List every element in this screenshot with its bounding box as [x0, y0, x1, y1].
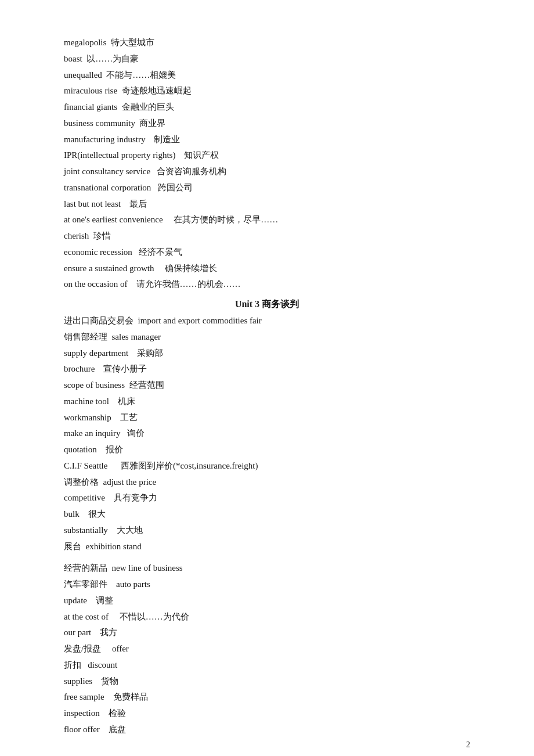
- list-item: financial giants 金融业的巨头: [64, 99, 470, 116]
- term-en: scope of business: [64, 380, 125, 390]
- list-item: our part 我方: [64, 625, 470, 641]
- term-en: ensure a sustained growth: [64, 264, 154, 273]
- term-zh: 销售部经理: [64, 332, 107, 341]
- term-en: machine tool: [64, 397, 109, 406]
- term-en: make an inquiry: [64, 429, 120, 438]
- term-en: free sample: [64, 692, 104, 701]
- list-item: machine tool 机床: [64, 394, 470, 410]
- term-en: discount: [88, 660, 117, 669]
- term-en: brochure: [64, 364, 95, 373]
- term-zh: 经营范围: [129, 380, 164, 390]
- term-en: adjust the price: [103, 477, 157, 487]
- term-en: boast: [64, 54, 82, 63]
- term-zh: 检验: [109, 708, 126, 718]
- list-item: supply department 采购部: [64, 345, 470, 362]
- term-en: auto parts: [116, 579, 150, 589]
- term-en: supplies: [64, 676, 92, 686]
- term-zh: 很大: [88, 509, 106, 519]
- term-en: exhibition stand: [86, 542, 142, 551]
- term-zh: 具有竞争力: [114, 493, 157, 502]
- term-zh: 询价: [127, 429, 145, 438]
- term-zh: 经济不景气: [139, 247, 182, 257]
- term-en: economic recession: [64, 247, 132, 257]
- list-item: transnational corporation 跨国公司: [64, 180, 470, 196]
- term-zh: 调整价格: [64, 477, 99, 487]
- list-item: make an inquiry 询价: [64, 426, 470, 442]
- list-item: 销售部经理 sales manager: [64, 329, 470, 345]
- term-zh: 报价: [106, 445, 123, 454]
- term-zh: 知识产权: [184, 150, 219, 160]
- term-zh: 经营的新品: [64, 563, 107, 573]
- term-en: megalopolis: [64, 38, 106, 47]
- unit3-header: Unit 3 商务谈判: [64, 298, 470, 311]
- term-zh: 展台: [64, 542, 81, 551]
- list-item: bulk 很大: [64, 506, 470, 523]
- term-zh: 免费样品: [113, 692, 148, 701]
- list-item: last but not least 最后: [64, 196, 470, 213]
- term-en: update: [64, 596, 87, 605]
- term-en: transnational corporation: [64, 183, 151, 192]
- term-en: IPR(intellectual property rights): [64, 150, 175, 160]
- term-en: floor offer: [64, 725, 100, 734]
- term-en: new line of business: [112, 563, 183, 573]
- list-item: boast 以……为自豪: [64, 51, 470, 67]
- list-item: C.I.F Seattle 西雅图到岸价(*cost,insurance.fre…: [64, 458, 470, 474]
- list-item: business community 商业界: [64, 116, 470, 132]
- term-en: last but not least: [64, 199, 121, 208]
- list-item: free sample 免费样品: [64, 689, 470, 705]
- list-item: cherish 珍惜: [64, 228, 470, 244]
- term-zh: 西雅图到岸价(*cost,insurance.freight): [121, 461, 258, 470]
- list-item: miraculous rise 奇迹般地迅速崛起: [64, 83, 470, 99]
- list-item: joint consultancy service 合资咨询服务机构: [64, 164, 470, 180]
- list-item: 折扣 discount: [64, 657, 470, 674]
- term-zh: 宣传小册子: [103, 364, 147, 373]
- list-item: update 调整: [64, 593, 470, 609]
- list-item: workmanship 工艺: [64, 410, 470, 426]
- unit3-vocab-section2: 经营的新品 new line of business 汽车零部件 auto pa…: [64, 560, 470, 737]
- term-zh: 金融业的巨头: [122, 102, 174, 111]
- list-item: on the occasion of 请允许我借……的机会……: [64, 276, 470, 293]
- list-item: 进出口商品交易会 import and export commodities f…: [64, 313, 470, 329]
- term-zh: 在其方便的时候，尽早……: [174, 215, 278, 224]
- term-en: import and export commodities fair: [138, 316, 262, 325]
- list-item: economic recession 经济不景气: [64, 244, 470, 261]
- list-item: at the cost of 不惜以……为代价: [64, 609, 470, 625]
- term-en: at one's earliest convenience: [64, 215, 163, 224]
- term-en: on the occasion of: [64, 279, 128, 289]
- list-item: at one's earliest convenience 在其方便的时候，尽早…: [64, 212, 470, 228]
- term-en: competitive: [64, 493, 105, 502]
- term-zh: 机床: [118, 397, 135, 406]
- term-zh: 不惜以……为代价: [120, 612, 189, 621]
- term-zh: 特大型城市: [111, 38, 154, 47]
- term-zh: 底盘: [109, 725, 126, 734]
- term-zh: 合资咨询服务机构: [157, 167, 226, 176]
- term-zh: 我方: [100, 628, 117, 637]
- unit3-vocab-section: 进出口商品交易会 import and export commodities f…: [64, 313, 470, 555]
- unit2-vocab-section: megalopolis 特大型城市 boast 以……为自豪 unequalle…: [64, 35, 470, 293]
- term-zh: 汽车零部件: [64, 579, 107, 589]
- term-zh: 采购部: [137, 348, 163, 358]
- term-en: at the cost of: [64, 612, 109, 621]
- term-zh: 工艺: [120, 413, 138, 422]
- term-zh: 跨国公司: [158, 183, 193, 192]
- term-zh: 折扣: [64, 660, 81, 669]
- term-en: bulk: [64, 509, 80, 519]
- term-zh: 进出口商品交易会: [64, 316, 134, 325]
- term-en: business community: [64, 118, 135, 128]
- term-en: sales manager: [112, 332, 161, 341]
- term-en: joint consultancy service: [64, 167, 150, 176]
- list-item: 发盘/报盘 offer: [64, 641, 470, 657]
- list-item: floor offer 底盘: [64, 722, 470, 738]
- list-item: substantially 大大地: [64, 523, 470, 539]
- term-en: supply department: [64, 348, 128, 358]
- list-item: unequalled 不能与……相媲美: [64, 67, 470, 84]
- term-en: unequalled: [64, 70, 102, 80]
- list-item: inspection 检验: [64, 705, 470, 722]
- page-number: 2: [466, 740, 470, 750]
- term-zh: 请允许我借……的机会……: [136, 279, 241, 289]
- term-zh: 珍惜: [93, 231, 111, 240]
- term-zh: 奇迹般地迅速崛起: [122, 86, 192, 95]
- term-zh: 商业界: [139, 118, 165, 128]
- term-en: C.I.F Seattle: [64, 461, 107, 470]
- term-zh: 制造业: [154, 135, 180, 144]
